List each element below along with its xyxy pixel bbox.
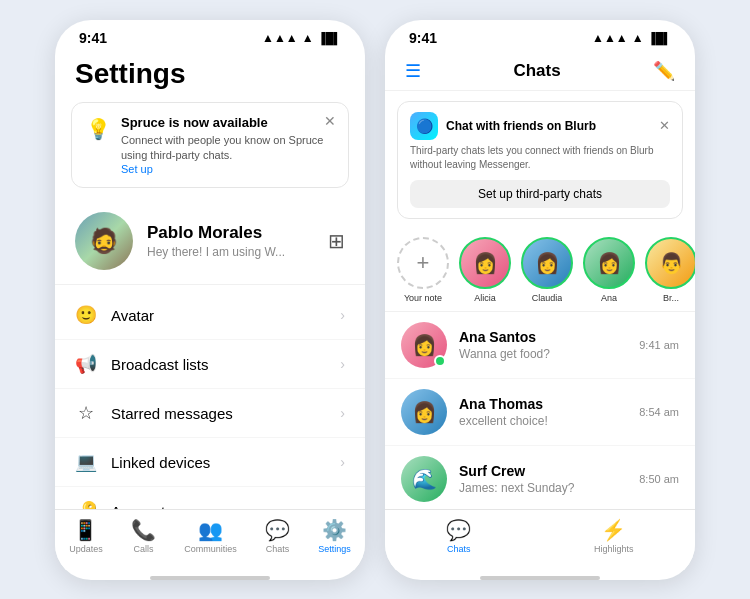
nav-chats[interactable]: 💬 Chats <box>265 518 290 554</box>
avatar-emoji: 🧔 <box>89 227 119 255</box>
nav-settings[interactable]: ⚙️ Settings <box>318 518 351 554</box>
chats-nav-chats[interactable]: 💬 Chats <box>446 518 471 554</box>
add-story-button[interactable]: + <box>397 237 449 289</box>
settings-nav-label: Settings <box>318 544 351 554</box>
settings-title: Settings <box>55 50 365 102</box>
profile-avatar: 🧔 <box>75 212 133 270</box>
chat-preview-ana-thomas-1: excellent choice! <box>459 414 627 428</box>
chat-info-ana-thomas-1: Ana Thomas excellent choice! <box>459 396 627 428</box>
updates-nav-label: Updates <box>69 544 103 554</box>
online-indicator <box>434 355 446 367</box>
settings-nav-icon: ⚙️ <box>322 518 347 542</box>
menu-item-starred[interactable]: ☆ Starred messages › <box>55 389 365 438</box>
chat-avatar-ana-thomas-1: 👩 <box>401 389 447 435</box>
nav-updates[interactable]: 📱 Updates <box>69 518 103 554</box>
highlights-nav-icon: ⚡ <box>601 518 626 542</box>
communities-nav-icon: 👥 <box>198 518 223 542</box>
menu-icon[interactable]: ☰ <box>405 60 421 82</box>
qr-icon[interactable]: ⊞ <box>328 229 345 253</box>
time-settings: 9:41 <box>79 30 107 46</box>
menu-item-linked[interactable]: 💻 Linked devices › <box>55 438 365 487</box>
alicia-avatar-emoji: 👩 <box>473 251 498 275</box>
calls-nav-label: Calls <box>133 544 153 554</box>
avatar-menu-label: Avatar <box>111 307 326 324</box>
broadcast-menu-icon: 📢 <box>75 353 97 375</box>
story-label-br: Br... <box>663 293 679 303</box>
story-claudia[interactable]: 👩 Claudia <box>521 237 573 303</box>
chat-avatar-surf-crew: 🌊 <box>401 456 447 502</box>
wifi-icon-chats: ▲ <box>632 31 644 45</box>
story-label-note: Your note <box>404 293 442 303</box>
tp-logo-icon: 🔵 <box>410 112 438 140</box>
nav-communities[interactable]: 👥 Communities <box>184 518 237 554</box>
menu-item-avatar[interactable]: 🙂 Avatar › <box>55 291 365 340</box>
status-icons-chats: ▲▲▲ ▲ ▐█▌ <box>592 31 671 45</box>
chat-preview-ana-santos: Wanna get food? <box>459 347 627 361</box>
story-avatar-alicia: 👩 <box>459 237 511 289</box>
story-avatar-claudia: 👩 <box>521 237 573 289</box>
chats-bottom-chats-label: Chats <box>447 544 471 554</box>
tp-banner-body: Third-party chats lets you connect with … <box>410 144 670 172</box>
signal-icon: ▲▲▲ <box>262 31 298 45</box>
notification-icon: 💡 <box>86 117 111 141</box>
chat-info-surf-crew: Surf Crew James: next Sunday? <box>459 463 627 495</box>
chat-item-surf-crew[interactable]: 🌊 Surf Crew James: next Sunday? 8:50 am <box>385 446 695 509</box>
chat-name-surf-crew: Surf Crew <box>459 463 627 479</box>
story-label-alicia: Alicia <box>474 293 496 303</box>
story-alicia[interactable]: 👩 Alicia <box>459 237 511 303</box>
chats-bottom-nav: 💬 Chats ⚡ Highlights <box>385 509 695 570</box>
br-avatar-emoji: 👨 <box>659 251 684 275</box>
chats-nav-highlights[interactable]: ⚡ Highlights <box>594 518 634 554</box>
chat-info-ana-santos: Ana Santos Wanna get food? <box>459 329 627 361</box>
tp-banner-title: Chat with friends on Blurb <box>446 119 651 133</box>
notification-title: Spruce is now available <box>121 115 334 130</box>
chat-time-ana-santos: 9:41 am <box>639 339 679 351</box>
chat-name-ana-thomas-1: Ana Thomas <box>459 396 627 412</box>
linked-menu-icon: 💻 <box>75 451 97 473</box>
calls-nav-icon: 📞 <box>131 518 156 542</box>
home-indicator-chats <box>480 576 600 580</box>
profile-section[interactable]: 🧔 Pablo Morales Hey there! I am using W.… <box>55 202 365 285</box>
chat-item-ana-thomas-1[interactable]: 👩 Ana Thomas excellent choice! 8:54 am <box>385 379 695 446</box>
notification-banner[interactable]: 💡 Spruce is now available Connect with p… <box>71 102 349 189</box>
tp-setup-button[interactable]: Set up third-party chats <box>410 180 670 208</box>
story-label-ana: Ana <box>601 293 617 303</box>
tp-close-button[interactable]: ✕ <box>659 118 670 133</box>
starred-menu-label: Starred messages <box>111 405 326 422</box>
menu-item-broadcast[interactable]: 📢 Broadcast lists › <box>55 340 365 389</box>
settings-menu: 🙂 Avatar › 📢 Broadcast lists › ☆ Starred… <box>55 291 365 508</box>
chat-preview-surf-crew: James: next Sunday? <box>459 481 627 495</box>
settings-phone: 9:41 ▲▲▲ ▲ ▐█▌ Settings 💡 Spruce is now … <box>55 20 365 580</box>
avatar-menu-icon: 🙂 <box>75 304 97 326</box>
notification-close-button[interactable]: ✕ <box>324 113 336 129</box>
broadcast-menu-label: Broadcast lists <box>111 356 326 373</box>
starred-chevron-icon: › <box>340 405 345 421</box>
linked-chevron-icon: › <box>340 454 345 470</box>
chats-phone: 9:41 ▲▲▲ ▲ ▐█▌ ☰ Chats ✏️ 🔵 Chat with fr… <box>385 20 695 580</box>
nav-calls[interactable]: 📞 Calls <box>131 518 156 554</box>
linked-menu-label: Linked devices <box>111 454 326 471</box>
chat-item-ana-santos[interactable]: 👩 Ana Santos Wanna get food? 9:41 am <box>385 312 695 379</box>
notification-body: Connect with people you know on Spruce u… <box>121 133 334 164</box>
notification-text: Spruce is now available Connect with peo… <box>121 115 334 176</box>
status-bar-chats: 9:41 ▲▲▲ ▲ ▐█▌ <box>385 20 695 50</box>
story-your-note[interactable]: + Your note <box>397 237 449 303</box>
chat-name-ana-santos: Ana Santos <box>459 329 627 345</box>
story-ana[interactable]: 👩 Ana <box>583 237 635 303</box>
chats-nav-label: Chats <box>266 544 290 554</box>
profile-info: Pablo Morales Hey there! I am using W... <box>147 223 314 259</box>
compose-icon[interactable]: ✏️ <box>653 60 675 82</box>
chats-page-title: Chats <box>421 61 653 81</box>
battery-icon-chats: ▐█▌ <box>648 32 671 44</box>
menu-item-account[interactable]: 🔑 Account › <box>55 487 365 508</box>
story-avatar-ana: 👩 <box>583 237 635 289</box>
story-br[interactable]: 👨 Br... <box>645 237 695 303</box>
battery-icon: ▐█▌ <box>318 32 341 44</box>
profile-name: Pablo Morales <box>147 223 314 243</box>
notification-link[interactable]: Set up <box>121 163 334 175</box>
updates-nav-icon: 📱 <box>73 518 98 542</box>
signal-icon-chats: ▲▲▲ <box>592 31 628 45</box>
status-bar-settings: 9:41 ▲▲▲ ▲ ▐█▌ <box>55 20 365 50</box>
wifi-icon: ▲ <box>302 31 314 45</box>
broadcast-chevron-icon: › <box>340 356 345 372</box>
